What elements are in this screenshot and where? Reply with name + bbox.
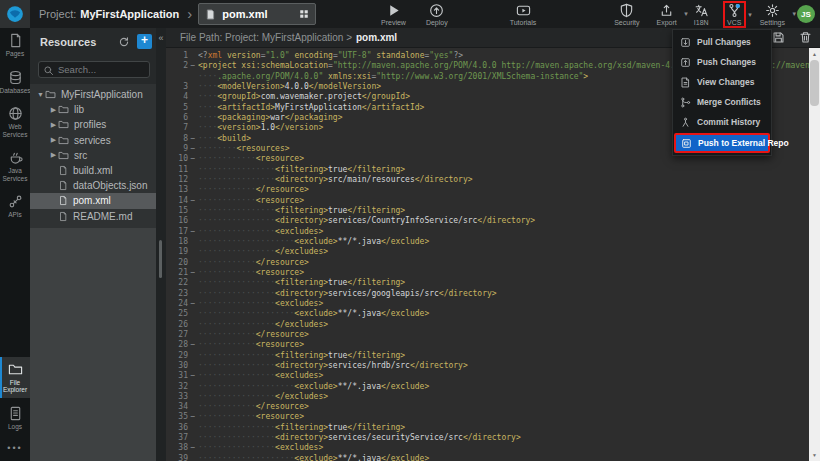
sidebar-more-button[interactable]: ••• — [0, 437, 30, 461]
topbar-center-actions: PreviewDeployTutorials — [378, 0, 539, 28]
code-line[interactable]: 26················</excludes> — [166, 320, 809, 330]
vcs-menu-item-push-to-external-repo[interactable]: Push to External Repo — [674, 133, 770, 153]
code-line[interactable]: 34············</resource> — [166, 402, 809, 412]
grid-icon[interactable] — [299, 9, 309, 19]
tree-item-src[interactable]: ▶src — [30, 148, 156, 163]
breadcrumb[interactable]: Project:MyFirstApplication — [39, 8, 179, 20]
topbar-action-preview[interactable]: Preview — [378, 2, 409, 27]
code-line[interactable]: 19················</excludes> — [166, 247, 809, 257]
tab-pom-xml[interactable]: pom.xml — [198, 3, 316, 25]
vcs-menu-item-view-changes[interactable]: View Changes — [673, 72, 771, 92]
fold-marker[interactable]: − — [188, 227, 198, 237]
tree-item-readme.md[interactable]: README.md — [30, 209, 156, 224]
tree-item-build.xml[interactable]: build.xml — [30, 163, 156, 178]
tree-expand-arrow[interactable]: ▶ — [49, 151, 58, 159]
menu-item-label: Pull Changes — [697, 37, 751, 47]
tree-item-myfirstapplication[interactable]: ▼MyFirstApplication — [30, 87, 156, 102]
fold-marker[interactable]: − — [188, 134, 198, 144]
code-line[interactable]: 24−················<excludes> — [166, 299, 809, 309]
fold-marker[interactable]: − — [188, 144, 198, 154]
sidebar-item-logs[interactable]: Logs — [0, 401, 30, 435]
fold-marker[interactable]: − — [188, 154, 198, 164]
vcs-menu-item-commit-history[interactable]: Commit History — [673, 112, 771, 132]
code-line[interactable]: 38−················<excludes> — [166, 443, 809, 453]
editor-scrollbar[interactable]: ▲ ▼ — [809, 48, 820, 461]
vcs-menu-item-push-changes[interactable]: Push Changes — [673, 52, 771, 72]
tree-expand-arrow[interactable]: ▶ — [49, 121, 58, 129]
refresh-icon[interactable] — [118, 36, 130, 48]
fold-marker[interactable]: − — [188, 443, 198, 453]
tree-item-pom.xml[interactable]: pom.xml — [30, 193, 156, 208]
code-line[interactable]: 11················<filtering>true</filte… — [166, 165, 809, 175]
sidebar-item-java-services[interactable]: Java Services — [0, 145, 30, 186]
app-logo[interactable] — [0, 0, 30, 28]
tree-expand-arrow[interactable]: ▶ — [49, 136, 58, 144]
tree-item-lib[interactable]: ▶lib — [30, 102, 156, 117]
code-line[interactable]: 14−············<resource> — [166, 196, 809, 206]
fold-marker — [188, 258, 198, 268]
fold-marker[interactable]: − — [188, 299, 198, 309]
sidebar-item-databases[interactable]: Databases — [0, 65, 30, 99]
code-line[interactable]: 17−················<excludes> — [166, 227, 809, 237]
code-line[interactable]: 21−············<resource> — [166, 268, 809, 278]
code-line[interactable]: 31−················<excludes> — [166, 371, 809, 381]
topbar-action-security[interactable]: Security — [611, 2, 642, 27]
code-line[interactable]: 36················<filtering>true</filte… — [166, 423, 809, 433]
action-label: Security — [614, 19, 639, 26]
scroll-up-arrow-icon[interactable]: ▲ — [809, 51, 820, 57]
code-line[interactable]: 32····················<exclude>**/*.java… — [166, 382, 809, 392]
fold-marker[interactable]: − — [188, 371, 198, 381]
add-resource-button[interactable]: + — [137, 34, 152, 49]
fold-marker[interactable]: − — [188, 412, 198, 422]
topbar-action-export[interactable]: Export▾ — [653, 2, 679, 27]
tree-expand-arrow[interactable]: ▶ — [49, 106, 58, 114]
vcs-menu-item-pull-changes[interactable]: Pull Changes — [673, 32, 771, 52]
code-line[interactable]: 15················<filtering>true</filte… — [166, 206, 809, 216]
tree-item-services[interactable]: ▶services — [30, 133, 156, 148]
code-line[interactable]: 20············</resource> — [166, 258, 809, 268]
delete-button[interactable] — [799, 31, 812, 44]
sidebar-item-file-explorer[interactable]: File Explorer — [0, 357, 30, 398]
code-line[interactable]: 27············</resource> — [166, 330, 809, 340]
sidebar-item-pages[interactable]: Pages — [0, 28, 30, 62]
code-line[interactable]: 37················<directory>services/se… — [166, 433, 809, 443]
code-line[interactable]: 16················<directory>services/Co… — [166, 216, 809, 226]
sidebar-item-web-services[interactable]: Web Services — [0, 101, 30, 142]
topbar-action-settings[interactable]: Settings▾ — [757, 2, 788, 27]
code-line[interactable]: 23················<directory>services/go… — [166, 289, 809, 299]
topbar-action-tutorials[interactable]: Tutorials — [507, 2, 540, 27]
sidebar-item-apis[interactable]: APIs — [0, 189, 30, 223]
code-line[interactable]: 35−············<resource> — [166, 412, 809, 422]
code-line[interactable]: 12················<directory>src/main/re… — [166, 175, 809, 185]
search-input[interactable] — [38, 61, 150, 78]
tree-expand-arrow[interactable]: ▼ — [36, 91, 45, 98]
topbar-action-i18n[interactable]: I18N — [691, 2, 712, 27]
code-line[interactable]: 39····················<exclude>**/*.java… — [166, 454, 809, 461]
tree-item-dataobjects.json[interactable]: dataObjects.json — [30, 178, 156, 193]
topbar-action-vcs[interactable]: VCS▾ — [723, 1, 746, 28]
code-line[interactable]: 22················<filtering>true</filte… — [166, 278, 809, 288]
code-line[interactable]: 28−············<resource> — [166, 340, 809, 350]
code-line[interactable]: 13············</resource> — [166, 185, 809, 195]
save-button[interactable] — [772, 31, 785, 44]
tree-item-profiles[interactable]: ▶profiles — [30, 117, 156, 132]
editor-scrollbar-thumb[interactable] — [810, 60, 819, 106]
fold-marker[interactable]: − — [188, 196, 198, 206]
collapse-panel-button[interactable]: « — [156, 28, 166, 43]
wavemaker-logo-icon — [6, 5, 24, 23]
topbar-action-deploy[interactable]: Deploy — [423, 2, 451, 27]
scroll-down-arrow-icon[interactable]: ▼ — [809, 452, 820, 458]
code-line[interactable]: 30················<directory>services/hr… — [166, 361, 809, 371]
panel-scrollbar-thumb[interactable] — [159, 240, 162, 278]
code-line[interactable]: 25····················<exclude>**/*.java… — [166, 309, 809, 319]
fold-marker[interactable]: − — [188, 61, 198, 71]
code-line[interactable]: 29················<filtering>true</filte… — [166, 351, 809, 361]
vcs-menu-item-merge-conflicts[interactable]: Merge Conflicts — [673, 92, 771, 112]
fold-marker[interactable]: − — [188, 268, 198, 278]
code-line[interactable]: 33················</excludes> — [166, 392, 809, 402]
code-line[interactable]: 18····················<exclude>**/*.java… — [166, 237, 809, 247]
code-text: ············<resource> — [198, 196, 809, 206]
fold-marker[interactable]: − — [188, 340, 198, 350]
user-avatar[interactable]: JS — [797, 5, 815, 23]
line-number: 29 — [166, 351, 188, 361]
